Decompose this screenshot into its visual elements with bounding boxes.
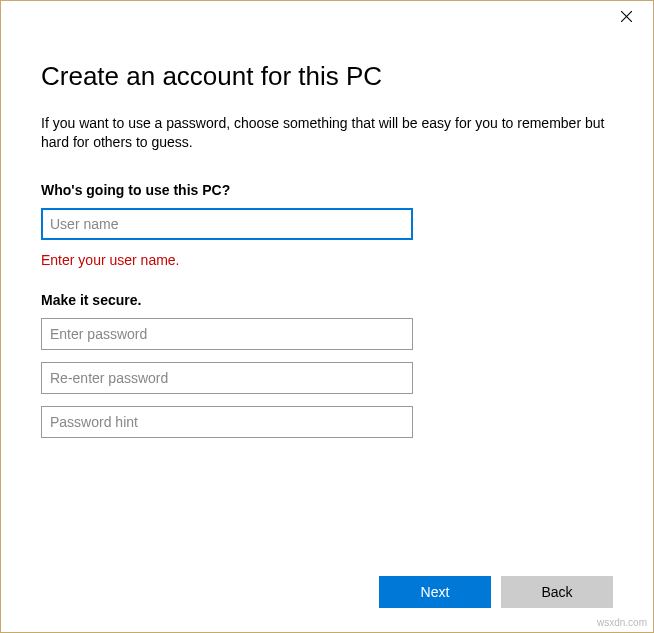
titlebar <box>1 1 653 31</box>
page-description: If you want to use a password, choose so… <box>41 114 613 152</box>
close-button[interactable] <box>611 1 641 31</box>
close-icon <box>621 11 632 22</box>
back-button[interactable]: Back <box>501 576 613 608</box>
watermark: wsxdn.com <box>597 617 647 628</box>
username-section-label: Who's going to use this PC? <box>41 182 613 198</box>
confirm-password-input[interactable] <box>41 362 413 394</box>
password-input[interactable] <box>41 318 413 350</box>
next-button[interactable]: Next <box>379 576 491 608</box>
secure-section-label: Make it secure. <box>41 292 613 308</box>
username-error: Enter your user name. <box>41 252 613 268</box>
footer-buttons: Next Back <box>379 576 613 608</box>
username-input[interactable] <box>41 208 413 240</box>
dialog-content: Create an account for this PC If you wan… <box>1 31 653 438</box>
password-hint-input[interactable] <box>41 406 413 438</box>
page-title: Create an account for this PC <box>41 61 613 92</box>
